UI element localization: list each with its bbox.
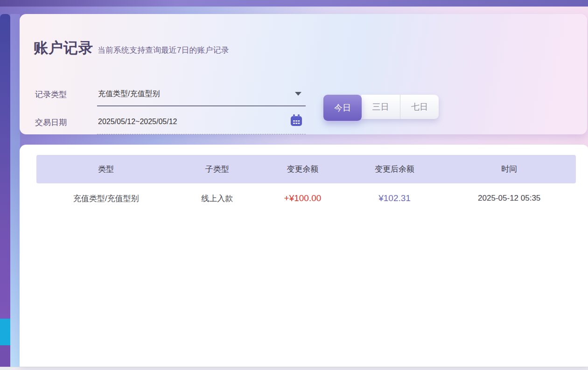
cell-type: 充值类型/充值型别 xyxy=(36,193,175,204)
page-title: 账户记录 xyxy=(34,38,93,58)
range-buttons-inactive: 三日 七日 xyxy=(361,95,439,119)
records-table-card: 类型 子类型 变更余额 变更后余额 时间 充值类型/充值型别 线上入款 +¥10… xyxy=(20,145,588,367)
page-subtitle: 当前系统支持查询最近7日的账户记录 xyxy=(98,45,229,56)
filters-card: 账户记录 当前系统支持查询最近7日的账户记录 记录类型 充值类型/充值型别 交易… xyxy=(20,14,587,134)
header-cell-type: 类型 xyxy=(36,164,175,175)
account-records-page: 账户记录 当前系统支持查询最近7日的账户记录 记录类型 充值类型/充值型别 交易… xyxy=(0,0,588,370)
bottom-page-edge xyxy=(0,367,588,370)
date-range-value: 2025/05/12~2025/05/12 xyxy=(98,118,177,126)
record-type-value: 充值类型/充值型别 xyxy=(98,89,160,99)
header-cell-time: 时间 xyxy=(442,164,576,175)
range-button-three-days[interactable]: 三日 xyxy=(361,95,400,119)
transaction-date-label: 交易日期 xyxy=(35,117,67,128)
cell-balance-after: ¥102.31 xyxy=(347,193,443,203)
record-type-label: 记录类型 xyxy=(35,89,67,100)
date-range-quick-buttons: 今日 三日 七日 xyxy=(323,95,439,121)
top-gradient-bar xyxy=(0,0,588,7)
table-header-row: 类型 子类型 变更余额 变更后余额 时间 xyxy=(36,155,576,183)
header-cell-change: 变更余额 xyxy=(259,164,346,175)
cell-subtype: 线上入款 xyxy=(175,193,259,204)
calendar-icon[interactable] xyxy=(289,113,303,127)
record-type-select[interactable]: 充值类型/充值型别 xyxy=(97,84,306,106)
cell-change-amount: +¥100.00 xyxy=(259,193,346,203)
cell-time: 2025-05-12 05:35 xyxy=(442,194,576,203)
date-range-input[interactable]: 2025/05/12~2025/05/12 xyxy=(97,112,306,134)
table-row: 充值类型/充值型别 线上入款 +¥100.00 ¥102.31 2025-05-… xyxy=(36,183,576,213)
range-button-today[interactable]: 今日 xyxy=(323,95,362,121)
left-sidebar-strip-secondary xyxy=(10,14,20,367)
header-cell-balance-after: 变更后余额 xyxy=(347,164,443,175)
range-button-seven-days[interactable]: 七日 xyxy=(400,95,439,119)
left-sidebar-strip xyxy=(0,14,10,367)
header-cell-subtype: 子类型 xyxy=(175,164,259,175)
page-header: 账户记录 当前系统支持查询最近7日的账户记录 xyxy=(34,38,229,58)
caret-down-icon xyxy=(295,92,301,96)
